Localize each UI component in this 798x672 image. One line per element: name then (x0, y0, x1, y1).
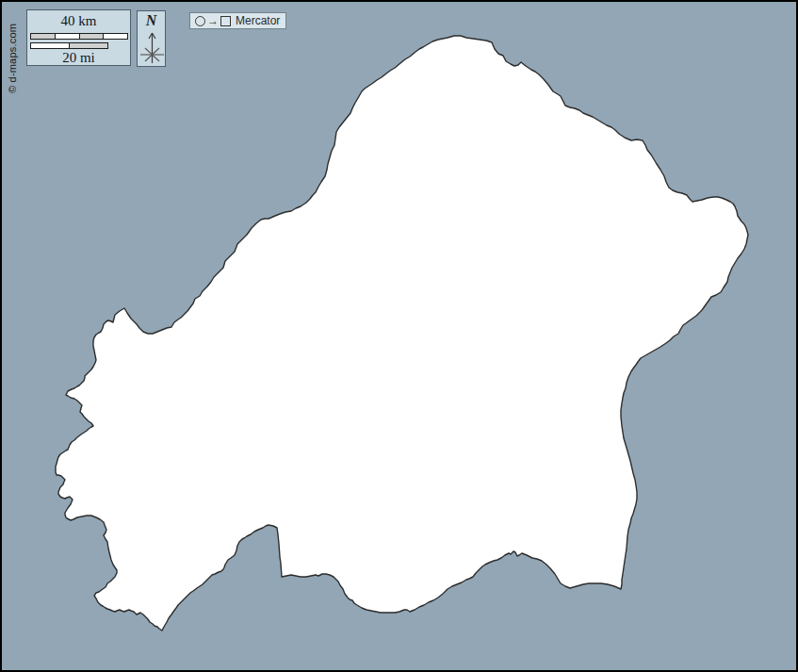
compass-panel: N (137, 10, 166, 67)
region-outline (56, 36, 748, 631)
compass-north-label: N (138, 12, 165, 29)
scale-km-label: 40 km (27, 12, 130, 29)
map-canvas (2, 2, 796, 670)
scale-bar-panel: 40 km 20 mi (26, 9, 131, 66)
arrow-icon: → (207, 15, 219, 26)
scale-mi-label: 20 mi (27, 49, 130, 66)
scale-segment (103, 34, 127, 39)
circle-icon (195, 16, 205, 26)
scale-segment (69, 43, 107, 48)
projection-label: Mercator (236, 14, 280, 27)
scale-segment (31, 43, 69, 48)
scale-segment (31, 34, 55, 39)
projection-button[interactable]: → Mercator (189, 12, 286, 29)
scale-mi-bar (30, 42, 108, 49)
scale-segment (79, 34, 104, 39)
scale-segment (55, 34, 79, 39)
copyright-credit: © d-maps.com (7, 24, 18, 93)
scale-km-bar (30, 33, 128, 40)
square-icon (220, 16, 231, 26)
compass-arrow-icon (138, 30, 167, 66)
